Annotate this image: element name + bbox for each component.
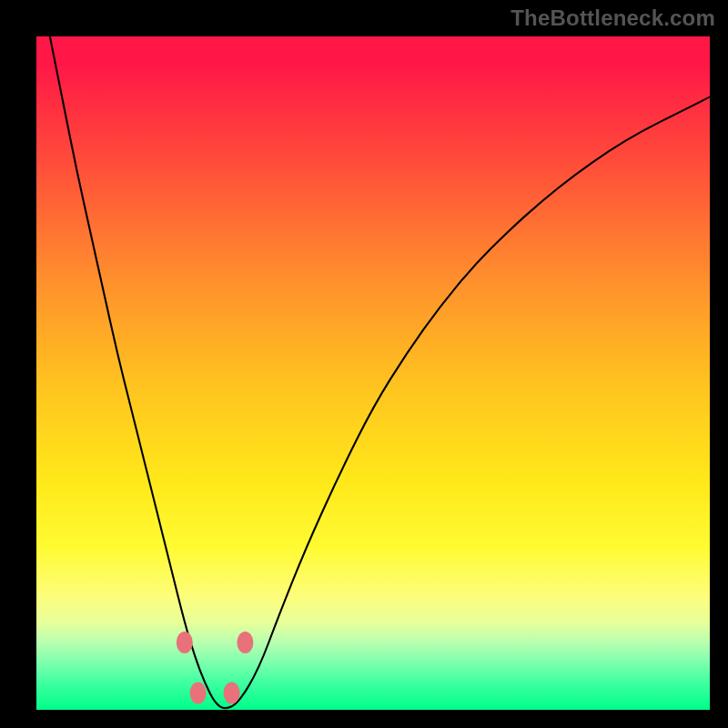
bottleneck-curve bbox=[50, 36, 710, 708]
chart-frame: TheBottleneck.com bbox=[0, 0, 728, 728]
chart-plot-area bbox=[36, 36, 710, 710]
curve-marker bbox=[224, 682, 240, 704]
curve-markers bbox=[177, 632, 254, 704]
curve-marker bbox=[190, 682, 207, 704]
curve-marker bbox=[237, 632, 253, 653]
curve-marker bbox=[177, 632, 193, 653]
curve-svg bbox=[36, 36, 710, 710]
watermark-text: TheBottleneck.com bbox=[511, 5, 715, 31]
